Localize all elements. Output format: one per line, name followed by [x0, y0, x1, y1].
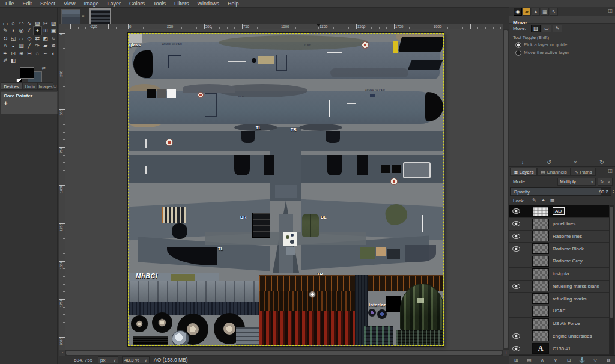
tool-color-tool[interactable]: ◧	[9, 57, 17, 64]
move-path-button[interactable]: ✎	[553, 25, 562, 32]
visibility-toggle[interactable]	[509, 305, 523, 317]
tool-shear[interactable]: ▱	[17, 35, 25, 42]
tool-gradient[interactable]: ▥	[17, 42, 25, 49]
tool-warp-transform[interactable]: ≈	[49, 35, 57, 42]
button-anchor-layer[interactable]: ⚓	[577, 356, 587, 364]
tab-images[interactable]: Images	[38, 82, 53, 90]
tool-color-picker[interactable]: ◗	[9, 27, 17, 34]
horizontal-scrollbar-thumb[interactable]	[66, 351, 502, 355]
dock-tab-tool-options[interactable]: ◉	[514, 8, 522, 16]
tool-dodge-burn[interactable]: ◐	[49, 50, 57, 57]
layer-row[interactable]: engine undersides	[509, 330, 609, 343]
layer-row[interactable]: AO	[509, 205, 609, 218]
navigation-button[interactable]: +	[503, 350, 509, 356]
chain-cell[interactable]	[523, 318, 532, 330]
texture-image[interactable]: glass ARMEE DE L'AIR 61-PD 61-PI ARMEE D…	[128, 33, 444, 346]
tool-airbrush[interactable]: ≋	[49, 42, 57, 49]
menu-filters[interactable]: Filters	[170, 0, 193, 8]
menu-colors[interactable]: Colors	[125, 0, 149, 8]
tool-free-select[interactable]: ◠	[17, 20, 25, 27]
tool-perspective-clone[interactable]: ⊟	[25, 50, 33, 57]
chain-cell[interactable]	[523, 293, 532, 305]
chain-cell[interactable]	[523, 342, 532, 354]
tool-scissors-select[interactable]: ✂	[41, 20, 49, 27]
button-delete-layer[interactable]: ⊠	[603, 356, 614, 364]
button-new-layer[interactable]: ⊞	[510, 356, 521, 364]
chain-cell[interactable]	[523, 281, 532, 293]
lock-alpha-icon[interactable]: ▦	[550, 198, 555, 203]
visibility-toggle[interactable]	[509, 231, 523, 243]
layers-scrollbar[interactable]	[609, 205, 614, 355]
visibility-toggle[interactable]	[509, 318, 523, 330]
tool-cage-transform[interactable]: ◩	[41, 35, 49, 42]
move-selection-button[interactable]: ▭	[542, 25, 551, 32]
tool-flip[interactable]: ⇄	[34, 35, 41, 42]
tool-measure[interactable]: ∠	[25, 27, 33, 34]
horizontal-scrollbar[interactable]	[65, 350, 503, 356]
visibility-toggle[interactable]	[509, 330, 523, 342]
dock-tab-pointer[interactable]: ↖	[550, 8, 558, 16]
visibility-toggle[interactable]	[509, 268, 523, 280]
visibility-toggle[interactable]	[509, 243, 523, 255]
swap-colors-icon[interactable]: ⇄	[42, 66, 46, 71]
layer-row[interactable]: Radome Grey	[509, 255, 609, 268]
ruler-origin-button[interactable]	[59, 24, 65, 29]
menu-select[interactable]: Select	[36, 0, 59, 8]
button-delete-tool-preset[interactable]: ×	[569, 159, 582, 165]
button-save-tool-preset[interactable]: ↓	[516, 159, 529, 165]
layer-row[interactable]: insignia	[509, 268, 609, 281]
tool-rotate[interactable]: ↻	[1, 35, 9, 42]
tool-ink[interactable]: ✒	[1, 50, 9, 57]
tool-foreground-select[interactable]: ▨	[49, 20, 57, 27]
tool-text[interactable]: A	[1, 42, 9, 49]
menu-windows[interactable]: Windows	[193, 0, 223, 8]
layer-row[interactable]: Radome lines	[509, 231, 609, 243]
tool-pencil[interactable]: ╱	[25, 42, 33, 49]
tool-zoom[interactable]: ◎	[17, 27, 25, 34]
tool-smudge[interactable]: ∽	[41, 50, 49, 57]
foreground-color-swatch[interactable]	[20, 67, 34, 79]
tool-fuzzy-select[interactable]: ∿	[25, 20, 33, 27]
dock-menu-icon[interactable]: ◫	[608, 8, 613, 13]
chain-cell[interactable]	[523, 330, 532, 342]
tab-devices[interactable]: Devices	[1, 82, 22, 90]
layer-row[interactable]: refuelling marks	[509, 293, 609, 305]
menu-help[interactable]: Help	[223, 0, 243, 8]
chain-cell[interactable]	[523, 268, 532, 280]
tool-select-by-color[interactable]: ▧	[34, 20, 41, 27]
button-raise-layer[interactable]: ∧	[537, 356, 548, 364]
image-tab-1[interactable]	[61, 9, 80, 25]
dock-tab-gradients[interactable]: ▦	[541, 8, 549, 16]
tool-perspective[interactable]: ◇	[25, 35, 33, 42]
tool-blur-sharpen[interactable]: ◌	[34, 50, 41, 57]
layer-row[interactable]: refuelling marks blank	[509, 281, 609, 293]
menu-tools[interactable]: Tools	[149, 0, 170, 8]
button-duplicate-layer[interactable]: ⊡	[563, 356, 574, 364]
zoom-dropdown[interactable]: 48.3 % ∨	[122, 356, 150, 363]
chain-cell[interactable]	[523, 231, 532, 243]
tab-menu-icon[interactable]: ◻	[53, 83, 57, 88]
menu-layer[interactable]: Layer	[103, 0, 125, 8]
lock-position-icon[interactable]: +	[542, 198, 545, 203]
button-new-group[interactable]: ▤	[524, 356, 535, 364]
tool-scale[interactable]: ◱	[9, 35, 17, 42]
horizontal-ruler[interactable]: -250025050075010001250150017502000	[65, 24, 503, 29]
menu-file[interactable]: File	[1, 0, 19, 8]
tool-move[interactable]: +	[34, 27, 41, 34]
tool-align[interactable]: ⊞	[41, 27, 49, 34]
visibility-toggle[interactable]	[509, 293, 523, 305]
menu-view[interactable]: View	[59, 0, 79, 8]
quickmask-toggle[interactable]: ▪	[59, 350, 65, 356]
tool-heal[interactable]: ⊕	[17, 50, 25, 57]
menu-edit[interactable]: Edit	[19, 0, 37, 8]
visibility-toggle[interactable]	[509, 281, 523, 293]
mode-dropdown[interactable]: Multiply ∨	[557, 178, 596, 186]
tab-layers[interactable]: ≣ Layers	[510, 168, 537, 176]
opacity-spinner[interactable]: ▴ ▾	[611, 187, 615, 196]
chain-cell[interactable]	[523, 243, 532, 255]
layer-row[interactable]: AC130 #1	[509, 342, 609, 355]
layer-row[interactable]: US Air Force	[509, 318, 609, 330]
tool-crop[interactable]: ▣	[49, 27, 57, 34]
tab-undo[interactable]: Undo	[22, 82, 38, 90]
tab-channels[interactable]: ▤ Channels	[537, 168, 571, 176]
